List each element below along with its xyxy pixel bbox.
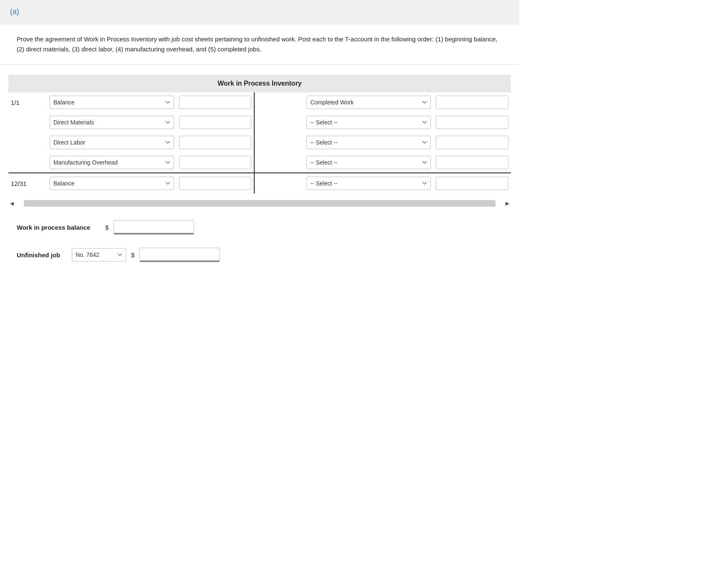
section-label: (a) [10,8,19,16]
balance-table-row: 12/31 Balance Direct Materials Direct La… [8,173,511,193]
balance-input-wrapper [114,220,194,234]
center-divider-2 [254,112,265,132]
right-value-3[interactable] [433,132,511,152]
right-balance-select[interactable]: -- Select -- Completed Work Balance Dire… [306,177,431,190]
instructions-text: Prove the agreement of Work in Process I… [17,36,498,53]
right-value-4[interactable] [433,152,511,173]
left-input-2[interactable] [179,116,251,129]
center-divider [254,92,265,112]
work-in-process-balance-row: Work in process balance $ [17,220,503,234]
t-account-title: Work in Process Inventory [8,75,511,92]
right-date-5 [265,173,304,193]
left-select-3[interactable]: Balance Direct Materials Direct Labor Ma… [50,136,174,149]
balance-section: Work in process balance $ Unfinished job… [0,210,519,272]
right-date-2 [265,112,304,132]
right-dropdown-4[interactable]: -- Select -- Completed Work Balance Dire… [304,152,433,173]
table-row: Balance Direct Materials Direct Labor Ma… [8,132,511,152]
right-date-1 [265,92,304,112]
work-in-process-label: Work in process balance [17,224,100,231]
left-balance-value[interactable] [177,173,254,193]
right-balance-dropdown[interactable]: -- Select -- Completed Work Balance Dire… [304,173,433,193]
job-number-select[interactable]: No. 7642 No. 7643 No. 7644 [72,248,126,261]
unfinished-job-label: Unfinished job [17,251,67,259]
left-balance-select[interactable]: Balance Direct Materials Direct Labor Ma… [50,177,174,190]
scroll-right-arrow[interactable]: ▶ [504,200,511,206]
section-header: (a) [0,0,519,24]
right-balance-input[interactable] [436,177,508,190]
right-input-4[interactable] [436,156,508,169]
left-select-2[interactable]: Balance Direct Materials Direct Labor Ma… [50,116,174,129]
right-input-3[interactable] [436,136,508,149]
right-select-3[interactable]: -- Select -- Completed Work Balance Dire… [306,136,431,149]
left-select-1[interactable]: Balance Direct Materials Direct Labor Ma… [50,96,174,109]
right-select-1[interactable]: -- Select -- Completed Work Balance Dire… [306,96,431,109]
right-select-4[interactable]: -- Select -- Completed Work Balance Dire… [306,156,431,169]
left-dropdown-1[interactable]: Balance Direct Materials Direct Labor Ma… [47,92,177,112]
right-dropdown-3[interactable]: -- Select -- Completed Work Balance Dire… [304,132,433,152]
date-1-1: 1/1 [8,92,47,112]
right-dropdown-1[interactable]: -- Select -- Completed Work Balance Dire… [304,92,433,112]
left-dropdown-3[interactable]: Balance Direct Materials Direct Labor Ma… [47,132,177,152]
left-value-3[interactable] [177,132,254,152]
center-divider-5 [254,173,265,193]
left-balance-input[interactable] [179,177,251,190]
right-value-1[interactable] [433,92,511,112]
left-input-1[interactable] [179,96,251,109]
t-account-title-row: Work in Process Inventory [8,75,511,92]
date-empty-2 [8,112,47,132]
t-account-table: Work in Process Inventory 1/1 Balance Di… [8,75,511,193]
date-empty-4 [8,152,47,173]
table-row: Balance Direct Materials Direct Labor Ma… [8,112,511,132]
date-empty-3 [8,132,47,152]
left-value-2[interactable] [177,112,254,132]
left-input-4[interactable] [179,156,251,169]
left-dropdown-4[interactable]: Balance Direct Materials Direct Labor Ma… [47,152,177,173]
right-value-2[interactable] [433,112,511,132]
right-balance-value[interactable] [433,173,511,193]
table-row: Balance Direct Materials Direct Labor Ma… [8,152,511,173]
dollar-sign-2: $ [131,251,134,259]
table-row: 1/1 Balance Direct Materials Direct Labo… [8,92,511,112]
right-input-2[interactable] [436,116,508,129]
right-date-4 [265,152,304,173]
instructions: Prove the agreement of Work in Process I… [0,24,519,65]
right-date-3 [265,132,304,152]
unfinished-job-input-wrapper [139,248,220,262]
center-divider-4 [254,152,265,173]
left-balance-dropdown[interactable]: Balance Direct Materials Direct Labor Ma… [47,173,177,193]
t-account-container: Work in Process Inventory 1/1 Balance Di… [0,65,519,193]
scroll-left-arrow[interactable]: ◀ [8,200,15,206]
right-select-2[interactable]: -- Select -- Completed Work Balance Dire… [306,116,431,129]
left-value-1[interactable] [177,92,254,112]
date-12-31: 12/31 [8,173,47,193]
unfinished-job-row: Unfinished job No. 7642 No. 7643 No. 764… [17,248,503,262]
left-input-3[interactable] [179,136,251,149]
right-dropdown-2[interactable]: -- Select -- Completed Work Balance Dire… [304,112,433,132]
center-divider-3 [254,132,265,152]
unfinished-job-input[interactable] [139,248,220,262]
scrollbar-track[interactable] [24,200,495,207]
left-dropdown-2[interactable]: Balance Direct Materials Direct Labor Ma… [47,112,177,132]
left-value-4[interactable] [177,152,254,173]
dollar-sign-1: $ [105,224,109,231]
work-in-process-input[interactable] [114,220,194,234]
scrollbar-wrapper: ◀ ▶ [0,200,519,207]
left-select-4[interactable]: Balance Direct Materials Direct Labor Ma… [50,156,174,169]
right-input-1[interactable] [436,96,508,109]
